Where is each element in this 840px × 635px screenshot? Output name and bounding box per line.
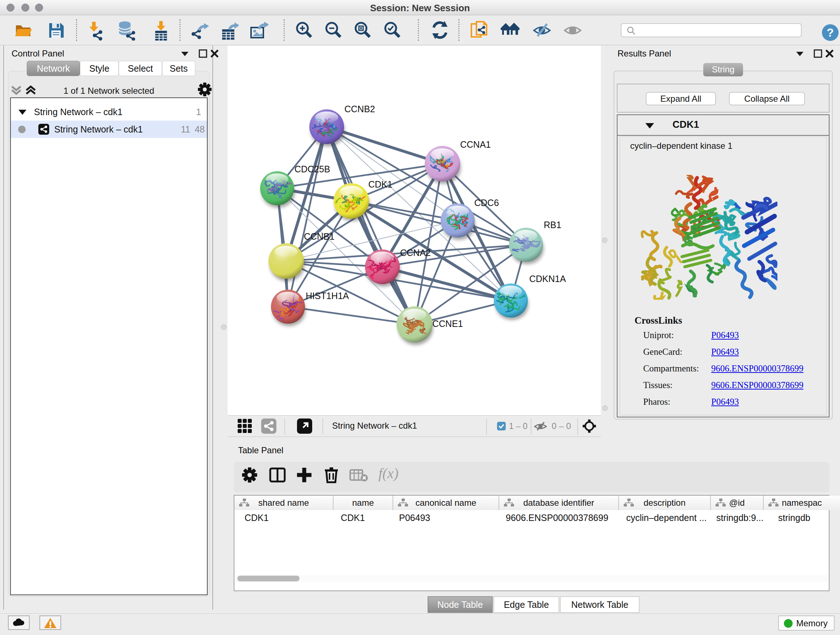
svg-text:CCNB1: CCNB1 — [304, 231, 335, 241]
svg-text:CDK1: CDK1 — [368, 179, 393, 189]
svg-text:RB1: RB1 — [544, 220, 561, 230]
svg-text:CDKN1A: CDKN1A — [529, 274, 566, 284]
svg-text:CDC6: CDC6 — [474, 198, 499, 208]
svg-text:CCNA2: CCNA2 — [400, 248, 431, 258]
svg-text:CCNA1: CCNA1 — [460, 139, 491, 149]
svg-text:CCNE1: CCNE1 — [432, 318, 463, 329]
svg-text:?: ? — [827, 26, 834, 39]
svg-text:CCNB2: CCNB2 — [344, 104, 375, 114]
svg-text:HIST1H1A: HIST1H1A — [306, 291, 349, 301]
svg-text:CDC25B: CDC25B — [294, 164, 330, 174]
